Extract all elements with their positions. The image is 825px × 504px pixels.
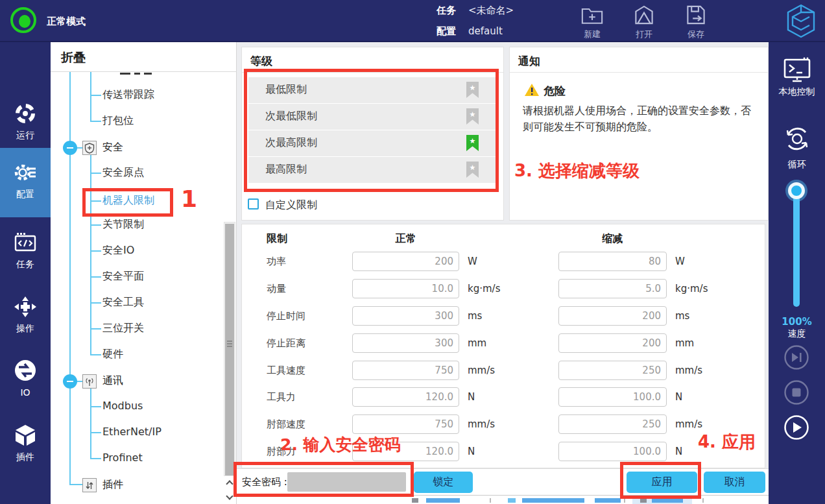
mode-indicator-icon xyxy=(10,7,36,33)
top-bar: 正常模式 任务 <未命名> 配置 default 新建 打开 保存 xyxy=(0,0,825,42)
scroll-up-button[interactable] xyxy=(226,479,234,488)
tree-item-pack-position[interactable]: 打包位 xyxy=(102,114,134,128)
bottom-action-bar: 安全密码 : 锁定 应用 取消 xyxy=(237,468,769,495)
nav-item-config[interactable]: 配置 xyxy=(0,161,51,200)
nav-item-run[interactable]: 运行 xyxy=(0,102,51,141)
config-value: default xyxy=(468,25,503,37)
bookmark-star-icon: ★ xyxy=(466,108,479,125)
elbow-speed-reduced-input[interactable] xyxy=(558,414,667,434)
level-option-second-lowest[interactable]: 次最低限制 ★ xyxy=(248,104,497,130)
power-reduced-input[interactable] xyxy=(558,252,667,271)
tree-item-safety-tool[interactable]: 安全工具 xyxy=(102,296,144,309)
momentum-reduced-input[interactable] xyxy=(558,279,667,298)
tool-force-reduced-input[interactable] xyxy=(558,387,667,407)
collapse-header[interactable]: 折叠 xyxy=(61,49,86,66)
stop-time-normal-input[interactable] xyxy=(352,306,459,326)
level-option-second-highest[interactable]: 次最高限制 ★ xyxy=(248,130,497,156)
level-option-lowest[interactable]: 最低限制 ★ xyxy=(248,77,497,103)
cancel-button[interactable]: 取消 xyxy=(704,472,765,493)
tree-collapse-toggle-safety[interactable] xyxy=(63,141,77,155)
io-sync-icon xyxy=(13,373,38,385)
app-window: 正常模式 任务 <未命名> 配置 default 新建 打开 保存 xyxy=(0,0,825,504)
level-panel-title: 等级 xyxy=(250,54,272,69)
local-control-icon[interactable] xyxy=(783,56,811,86)
power-normal-input[interactable] xyxy=(352,252,459,271)
open-button[interactable]: 打开 xyxy=(623,4,665,40)
warning-triangle-icon xyxy=(524,83,540,97)
tree-item-safety[interactable]: 安全 xyxy=(102,141,123,154)
loop-label: 循环 xyxy=(769,159,825,171)
tree-scrollbar-thumb[interactable] xyxy=(225,224,234,475)
speed-slider-thumb[interactable] xyxy=(788,182,805,199)
custom-limit-checkbox[interactable] xyxy=(248,198,259,210)
antenna-icon xyxy=(82,374,97,389)
task-label: 任务 xyxy=(436,5,456,17)
lock-button[interactable]: 锁定 xyxy=(414,472,473,493)
tree-item-robot-limits[interactable]: 机器人限制 xyxy=(102,194,154,208)
tree-item-joint-limits[interactable]: 关节限制 xyxy=(102,218,144,232)
speed-label: 速度 xyxy=(769,328,825,340)
divider xyxy=(51,71,237,72)
level-panel: 等级 最低限制 ★ 次最低限制 ★ 次最高限制 ★ 最高限制 ★ 自定义限制 xyxy=(241,47,504,221)
config-tree-panel: 折叠 传送带跟踪 打包位 安全 安 xyxy=(51,42,237,504)
right-control-bar: 本地控制 循环 100% 速度 xyxy=(769,42,825,504)
tree-item-three-position-switch[interactable]: 三位开关 xyxy=(102,322,144,335)
tree-item-modbus[interactable]: Modbus xyxy=(102,400,143,412)
warning-message: 请根据机器人使用场合，正确的设置安全参数，否则可能发生不可预期的危险。 xyxy=(523,102,760,135)
elbow-force-reduced-input[interactable] xyxy=(558,442,667,461)
tree-item-safety-io[interactable]: 安全IO xyxy=(102,244,134,258)
speed-percent: 100% xyxy=(769,316,825,328)
tree-item-hardware[interactable]: 硬件 xyxy=(102,348,123,361)
tool-force-normal-input[interactable] xyxy=(352,387,459,407)
tree-connector xyxy=(90,72,91,121)
loop-icon[interactable] xyxy=(782,124,812,156)
limit-row-tool-force: 工具力 N N xyxy=(242,387,766,407)
brand-logo-icon xyxy=(785,3,817,42)
save-icon xyxy=(684,4,708,28)
safety-password-input[interactable] xyxy=(287,472,406,492)
code-screen-icon xyxy=(13,245,38,257)
stop-time-reduced-input[interactable] xyxy=(558,306,667,326)
save-button[interactable]: 保存 xyxy=(675,4,717,40)
limit-row-stop-distance: 停止距离 mm mm xyxy=(242,333,766,353)
annotation-step2: 2. 输入安全密码 xyxy=(280,434,401,455)
left-nav: 运行 配置 任务 操作 IO xyxy=(0,42,51,504)
config-label: 配置 xyxy=(436,25,456,38)
tree-item-safety-home[interactable]: 安全原点 xyxy=(102,166,144,180)
nav-item-task[interactable]: 任务 xyxy=(0,231,51,270)
limit-row-power: 功率 W W xyxy=(242,252,766,271)
level-option-highest[interactable]: 最高限制 ★ xyxy=(248,157,497,183)
stop-button[interactable] xyxy=(783,379,809,405)
tool-speed-normal-input[interactable] xyxy=(352,361,459,380)
new-button[interactable]: 新建 xyxy=(571,4,613,40)
bookmark-star-icon: ★ xyxy=(466,82,479,98)
nav-item-io[interactable]: IO xyxy=(0,358,51,398)
scroll-down-button[interactable] xyxy=(226,494,234,502)
tree-collapse-toggle-comm[interactable] xyxy=(63,374,77,389)
speed-slider-track[interactable] xyxy=(793,188,800,307)
step-button[interactable] xyxy=(783,344,809,370)
play-button[interactable] xyxy=(783,414,809,440)
gear-icon xyxy=(13,174,38,187)
tool-speed-reduced-input[interactable] xyxy=(558,361,667,380)
tree-item-safety-plane[interactable]: 安全平面 xyxy=(102,270,144,283)
elbow-speed-normal-input[interactable] xyxy=(352,414,459,434)
tree-item-communication[interactable]: 通讯 xyxy=(102,374,123,388)
tree-item-conveyor-tracking[interactable]: 传送带跟踪 xyxy=(102,88,154,102)
momentum-normal-input[interactable] xyxy=(352,279,459,298)
limits-panel: 限制 正常 缩减 功率 W W 动量 kg·m/s kg·m/s 停止时间 xyxy=(241,224,765,468)
nav-item-plugin[interactable]: 插件 xyxy=(0,424,51,463)
new-folder-icon xyxy=(580,4,604,28)
open-file-icon xyxy=(632,4,656,28)
nav-item-operate[interactable]: 操作 xyxy=(0,295,51,335)
apply-button[interactable]: 应用 xyxy=(627,472,697,493)
tree-item-ethernet-ip[interactable]: EtherNet/IP xyxy=(102,426,161,438)
limit-row-stop-time: 停止时间 ms ms xyxy=(242,306,766,326)
annotation-step3: 3. 选择缩减等级 xyxy=(514,160,640,182)
tree-item-profinet[interactable]: Profinet xyxy=(102,451,143,464)
stop-distance-reduced-input[interactable] xyxy=(558,333,667,353)
stop-distance-normal-input[interactable] xyxy=(352,333,459,353)
custom-limit-label: 自定义限制 xyxy=(265,198,317,212)
tree-item-plugin[interactable]: 插件 xyxy=(102,478,123,492)
col-header-normal: 正常 xyxy=(352,232,459,246)
